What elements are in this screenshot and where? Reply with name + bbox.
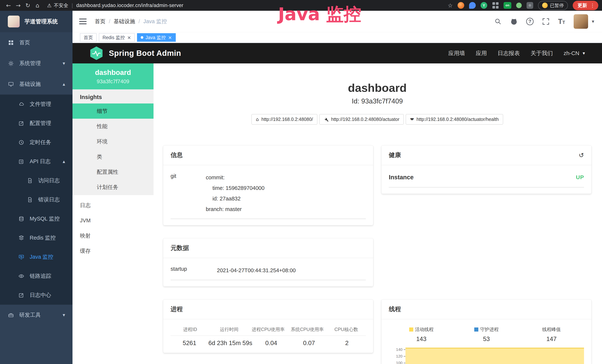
extension-on-badge[interactable]: on	[504, 2, 511, 9]
sidebar-item-log-center[interactable]: 日志中心	[0, 286, 73, 305]
sidebar-item-infrastructure[interactable]: 基础设施 ▲	[0, 74, 73, 95]
health-instance-row[interactable]: Instance UP	[389, 172, 584, 187]
sidebar-item-access-log[interactable]: 访问日志	[0, 171, 73, 190]
process-col-cores: CPU核心数	[327, 326, 366, 332]
chevron-down-icon: ▼	[583, 52, 585, 55]
sba-locale-select[interactable]: zh-CN	[564, 50, 579, 56]
sidebar-item-redis-monitor[interactable]: Redis 监控	[0, 228, 73, 247]
history-icon[interactable]: ↺	[579, 151, 584, 159]
monitor-pulse-icon	[19, 254, 24, 260]
address-bar[interactable]: dashboard.yudao.iocoder.cn/infra/admin-s…	[76, 3, 183, 8]
sidebar-item-dev-tools[interactable]: 研发工具 ▼	[0, 305, 73, 325]
chevron-up-icon: ▲	[63, 160, 65, 163]
instance-id: 93a3fc7f7409	[73, 78, 153, 85]
sba-nav: 应用墙 应用 日志报表 关于我们 zh-CN ▼	[448, 50, 585, 57]
sidenav-item-logfile[interactable]: 日志	[73, 198, 153, 213]
git-key: git	[171, 172, 206, 214]
github-icon[interactable]	[510, 18, 518, 25]
sidebar-item-scheduled-jobs[interactable]: 定时任务	[0, 133, 73, 152]
close-icon[interactable]: ×	[127, 35, 131, 40]
close-icon[interactable]: ×	[168, 35, 172, 40]
profile-chip[interactable]: 已暂停	[538, 1, 568, 10]
live-threads-value: 143	[389, 335, 454, 343]
sidenav-item-config-props[interactable]: 配置属性	[73, 164, 153, 180]
process-uptime-value: 6d 23h 15m 59s	[208, 340, 252, 347]
sba-logo-icon	[90, 46, 103, 60]
kebab-menu-icon[interactable]: ⋮	[590, 3, 595, 8]
git-commit-label: commit:	[206, 172, 265, 183]
tab-java-monitor[interactable]: Java 监控 ×	[137, 33, 176, 42]
breadcrumb-current: Java 监控	[143, 18, 167, 25]
sidenav-item-metrics[interactable]: 性能	[73, 119, 153, 134]
git-commit-id: id: 27aa832	[206, 193, 265, 204]
sidebar-item-system-mgmt[interactable]: 系统管理 ▼	[0, 53, 73, 74]
sidenav-item-caches[interactable]: 缓存	[73, 243, 153, 258]
extension-puzzle-icon[interactable]	[527, 2, 533, 9]
chevron-down-icon: ▼	[63, 313, 65, 317]
sba-nav-about[interactable]: 关于我们	[531, 50, 553, 57]
sidenav-item-beans[interactable]: 类	[73, 149, 153, 164]
hamburger-icon[interactable]	[79, 19, 86, 24]
metadata-card-title: 元数据	[171, 244, 189, 252]
process-proc-cpu-value: 0.04	[252, 340, 290, 347]
extension-y-icon[interactable]: Y	[481, 2, 487, 9]
sidenav-item-environment[interactable]: 环境	[73, 134, 153, 149]
extension-leaf-icon[interactable]	[516, 3, 522, 8]
sidenav-item-scheduled-tasks[interactable]: 计划任务	[73, 180, 153, 195]
browser-home-icon[interactable]: ⌂	[33, 2, 42, 9]
search-icon[interactable]	[494, 18, 502, 25]
info-card: 信息 git commit: time: 1596289704000	[163, 145, 373, 225]
sidebar-item-tracing[interactable]: 链路追踪	[0, 267, 73, 286]
instance-header[interactable]: dashboard 93a3fc7f7409	[73, 64, 153, 89]
daemon-threads-label: 守护进程	[480, 326, 499, 332]
sidebar-item-home[interactable]: 首页	[0, 32, 73, 53]
user-avatar[interactable]	[574, 14, 588, 29]
breadcrumb-infrastructure[interactable]: 基础设施	[114, 18, 135, 25]
app-logo-row: 芋道管理系统	[0, 11, 73, 32]
tab-home[interactable]: 首页	[80, 33, 97, 42]
extension-grid-icon[interactable]	[492, 2, 499, 9]
tab-redis-monitor[interactable]: Redis 监控 ×	[99, 33, 135, 42]
heart-icon: ❤	[410, 117, 414, 122]
peak-threads-label: 线程峰值	[542, 326, 561, 332]
health-url-link[interactable]: ❤ http://192.168.0.2:48080/actuator/heal…	[406, 114, 503, 125]
sba-brand[interactable]: Spring Boot Admin	[90, 46, 181, 60]
url-separator: |	[72, 3, 73, 8]
sba-nav-wallboard[interactable]: 应用墙	[448, 50, 465, 57]
chevron-up-icon: ▲	[63, 82, 65, 86]
health-card-title: 健康	[389, 151, 401, 159]
help-icon[interactable]: ?	[526, 18, 534, 25]
back-icon[interactable]: ←	[4, 2, 13, 9]
sidebar-item-java-monitor[interactable]: Java 监控	[0, 247, 73, 267]
breadcrumb-home[interactable]: 首页	[95, 18, 106, 25]
daemon-threads-value: 53	[454, 335, 519, 343]
sidebar-item-api-logs[interactable]: API 日志 ▲	[0, 152, 73, 171]
extension-fox-icon[interactable]	[458, 2, 464, 9]
sidebar-item-error-log[interactable]: 错误日志	[0, 190, 73, 209]
security-indicator[interactable]: ⚠ 不安全	[47, 2, 68, 9]
forward-icon[interactable]: →	[13, 2, 23, 9]
sba-nav-journal[interactable]: 日志报表	[498, 50, 520, 57]
document-icon	[27, 197, 33, 203]
browser-actions: ☆ Y on 已暂停 更新 ⋮	[448, 1, 598, 10]
reload-icon[interactable]: ↻	[23, 2, 33, 9]
sidebar-item-config-mgmt[interactable]: 配置管理	[0, 114, 73, 133]
bookmark-star-icon[interactable]: ☆	[448, 2, 453, 9]
sidebar-item-mysql-monitor[interactable]: MySQL 监控	[0, 209, 73, 228]
layers-icon	[19, 235, 24, 241]
actuator-url-link[interactable]: http://192.168.0.2:48080/actuator	[319, 114, 404, 125]
font-size-icon[interactable]: TT	[558, 18, 565, 25]
extension-drop-icon[interactable]	[469, 2, 476, 9]
live-threads-area	[406, 348, 584, 364]
sidenav-item-mappings[interactable]: 映射	[73, 228, 153, 243]
sidenav-item-details[interactable]: 细节	[73, 104, 153, 119]
app-header: 首页 / 基础设施 / Java 监控 ? TT ▼	[73, 11, 602, 32]
update-button[interactable]: 更新 ⋮	[573, 1, 598, 10]
sidenav-item-jvm[interactable]: JVM	[73, 213, 153, 228]
profile-emoji-icon	[542, 3, 548, 8]
service-url-link[interactable]: ⌂ http://192.168.0.2:48080/	[251, 114, 317, 125]
fullscreen-icon[interactable]	[542, 18, 549, 25]
tabs-bar: 首页 Redis 监控 × Java 监控 ×	[73, 32, 602, 43]
sba-nav-applications[interactable]: 应用	[476, 50, 487, 57]
sidebar-item-file-mgmt[interactable]: 文件管理	[0, 95, 73, 114]
